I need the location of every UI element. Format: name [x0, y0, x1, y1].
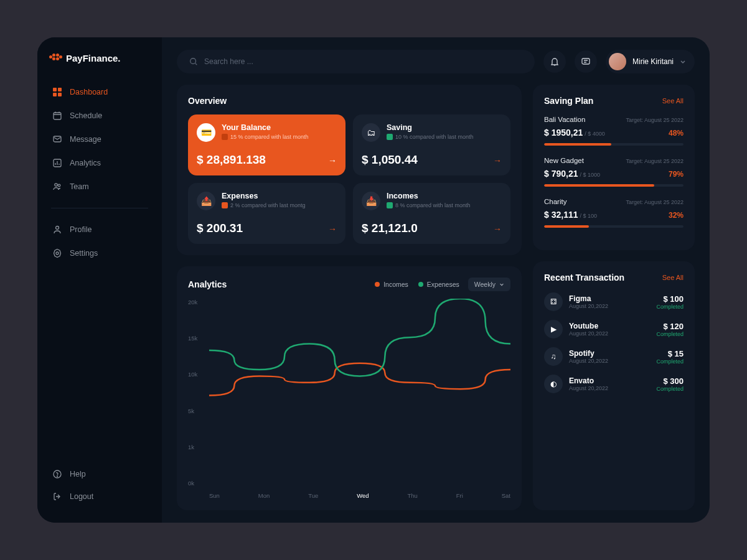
sidebar-item-help[interactable]: Help	[45, 463, 154, 485]
overview-cards: 💳 Your Balance 15 % compared with last m…	[188, 114, 510, 244]
sidebar-item-team[interactable]: Team	[45, 175, 154, 198]
card-sub: 2 % compared with last montg	[222, 202, 337, 208]
transaction-name: Figma	[569, 294, 650, 303]
transactions-see-all[interactable]: See All	[662, 274, 684, 281]
card-saving[interactable]: 🗂 Saving 10 % compared with last month $…	[353, 114, 510, 175]
chart-svg	[209, 299, 510, 427]
sidebar-item-logout[interactable]: Logout	[45, 485, 154, 508]
chat-icon	[581, 57, 591, 67]
chart-icon	[52, 158, 62, 168]
transaction-row[interactable]: ⚃ FigmaAugust 20,2022 $ 100Completed	[544, 292, 684, 311]
x-axis-labels: SunMonTueWedThuFriSat	[209, 492, 510, 499]
plan-target: Target: August 25 2022	[626, 158, 684, 164]
avatar	[609, 53, 626, 70]
nav-footer: Help Logout	[37, 463, 162, 508]
transactions-list: ⚃ FigmaAugust 20,2022 $ 100Completed ▶ Y…	[544, 292, 684, 393]
transaction-row[interactable]: ◐ EnvatoAugust 20,2022 $ 300Completed	[544, 375, 684, 393]
messages-button[interactable]	[575, 50, 597, 73]
sidebar: PayFinance. Dashboard Schedule Message A…	[37, 37, 162, 523]
left-column: Overview 💳 Your Balance 15 % compared wi…	[177, 85, 522, 510]
sidebar-item-message[interactable]: Message	[45, 128, 154, 151]
card-value: $ 200.31	[197, 222, 337, 235]
saving-plan[interactable]: Bali VacationTarget: August 25 2022 $ 19…	[544, 116, 684, 146]
expenses-icon: 📤	[197, 192, 215, 210]
transaction-row[interactable]: ▶ YoutubeAugust 20,2022 $ 120Completed	[544, 320, 684, 338]
saving-plan[interactable]: CharityTarget: August 25 2022 $ 32,111/ …	[544, 198, 684, 228]
plan-target: Target: August 25 2022	[626, 199, 684, 205]
sidebar-item-dashboard[interactable]: Dashboard	[45, 81, 154, 103]
transaction-icon: ▶	[544, 320, 563, 338]
chevron-down-icon	[680, 58, 686, 65]
card-label: Your Balance	[222, 123, 337, 132]
sidebar-item-label: Settings	[70, 249, 98, 258]
card-incomes[interactable]: 📥 Incomes 8 % compared with last month $…	[353, 183, 510, 244]
card-expenses[interactable]: 📤 Expenses 2 % compared with last montg …	[188, 183, 345, 244]
plan-amount: $ 790,21	[544, 169, 578, 179]
saving-title: Saving Plan	[544, 96, 593, 106]
transaction-amount: $ 100	[656, 294, 684, 304]
calendar-icon	[52, 111, 62, 121]
svg-line-22	[195, 63, 197, 65]
user-menu[interactable]: Mirie Kiritani	[606, 50, 695, 73]
message-icon	[52, 134, 62, 144]
transaction-status: Completed	[656, 304, 684, 310]
divider	[51, 208, 148, 208]
gear-icon	[52, 248, 62, 258]
arrow-right-icon: →	[493, 224, 502, 234]
svg-point-14	[58, 184, 60, 187]
user-name: Mirie Kiritani	[632, 57, 674, 66]
app-window: PayFinance. Dashboard Schedule Message A…	[37, 37, 710, 523]
svg-rect-3	[58, 93, 62, 96]
sidebar-item-schedule[interactable]: Schedule	[45, 105, 154, 127]
svg-point-19	[57, 476, 58, 477]
progress-bar	[544, 143, 684, 146]
sidebar-item-profile[interactable]: Profile	[45, 218, 154, 241]
svg-marker-16	[54, 250, 61, 258]
period-select[interactable]: Weekly	[468, 278, 510, 291]
sidebar-item-label: Dashboard	[70, 88, 108, 96]
arrow-right-icon: →	[328, 156, 337, 166]
transaction-name: Envato	[569, 376, 650, 385]
card-value: $ 21,121.0	[362, 222, 502, 235]
sidebar-item-analytics[interactable]: Analytics	[45, 152, 154, 174]
team-icon	[52, 182, 62, 192]
sidebar-item-label: Team	[70, 182, 89, 191]
select-value: Weekly	[474, 281, 496, 288]
transaction-icon: ♫	[544, 347, 563, 366]
card-value: $ 28,891.138	[197, 153, 337, 167]
saving-plan[interactable]: New GadgetTarget: August 25 2022 $ 790,2…	[544, 157, 684, 187]
legend-expenses: Expeneses	[418, 281, 459, 288]
transactions-title: Recent Transaction	[544, 273, 624, 282]
sidebar-item-settings[interactable]: Settings	[45, 242, 154, 264]
transactions-panel: Recent Transaction See All ⚃ FigmaAugust…	[533, 261, 695, 510]
sidebar-item-label: Schedule	[70, 111, 102, 120]
nav-main: Dashboard Schedule Message Analytics Tea…	[37, 81, 162, 198]
saving-see-all[interactable]: See All	[662, 97, 684, 105]
overview-panel: Overview 💳 Your Balance 15 % compared wi…	[177, 85, 522, 255]
plan-name: New Gadget	[544, 157, 584, 164]
transaction-amount: $ 120	[656, 322, 684, 331]
svg-point-13	[55, 184, 57, 186]
notifications-button[interactable]	[543, 50, 566, 73]
analytics-title: Analytics	[188, 279, 227, 289]
plan-amount: $ 32,111	[544, 210, 578, 220]
card-balance[interactable]: 💳 Your Balance 15 % compared with last m…	[188, 114, 345, 175]
card-sub: 8 % compared with last month	[387, 202, 502, 208]
plan-target: Target: August 25 2022	[626, 117, 684, 123]
dashboard-icon	[52, 87, 62, 97]
svg-point-21	[190, 58, 196, 64]
logo[interactable]: PayFinance.	[37, 52, 162, 63]
plan-name: Bali Vacation	[544, 116, 585, 123]
sidebar-item-label: Help	[70, 470, 86, 478]
progress-bar	[544, 225, 684, 228]
transaction-row[interactable]: ♫ SpotifyAugust 20,2022 $ 15Completed	[544, 347, 684, 366]
search-placeholder: Search here ...	[204, 57, 253, 66]
search-input[interactable]: Search here ...	[177, 50, 535, 73]
svg-rect-23	[582, 58, 590, 64]
card-label: Saving	[387, 123, 502, 132]
bell-icon	[550, 57, 560, 67]
plan-total: / $ 1000	[580, 172, 601, 178]
sidebar-item-label: Profile	[70, 225, 92, 234]
overview-title: Overview	[188, 96, 510, 106]
svg-rect-2	[53, 93, 57, 96]
